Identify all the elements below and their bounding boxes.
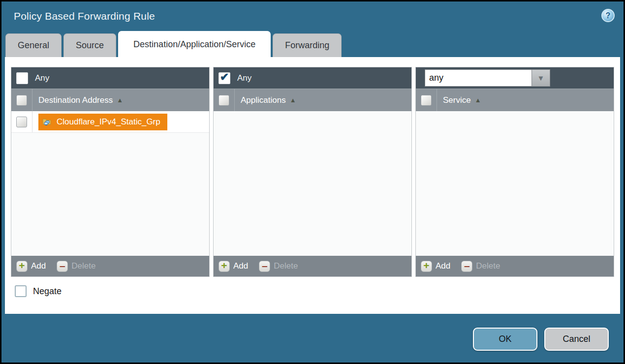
applications-select-all-checkbox[interactable]: [219, 95, 229, 106]
negate-row: Negate: [15, 285, 614, 297]
tab-forwarding[interactable]: Forwarding: [273, 33, 342, 57]
dialog-titlebar: Policy Based Forwarding Rule ?: [1, 1, 624, 31]
add-icon: +: [421, 261, 432, 272]
destination-item-checkbox[interactable]: [16, 117, 27, 127]
sort-asc-icon[interactable]: ▲: [290, 96, 296, 104]
destination-select-all-checkbox[interactable]: [16, 95, 27, 106]
destination-header-label[interactable]: Destination Address: [38, 95, 113, 105]
destination-item[interactable]: Cloudflare_IPv4_Static_Grp: [38, 114, 167, 130]
destination-delete-button[interactable]: – Delete: [57, 261, 95, 272]
address-group-icon: [42, 118, 52, 126]
applications-delete-button[interactable]: – Delete: [259, 261, 298, 272]
destination-any-bar: Any: [11, 67, 209, 89]
help-icon[interactable]: ?: [601, 9, 615, 22]
dialog-title: Policy Based Forwarding Rule: [14, 10, 155, 22]
delete-icon: –: [461, 261, 472, 272]
destination-list: Cloudflare_IPv4_Static_Grp: [11, 111, 209, 256]
negate-label: Negate: [33, 286, 62, 297]
add-button-label: Add: [233, 261, 248, 271]
tab-destination-application-service[interactable]: Destination/Application/Service: [118, 31, 271, 57]
applications-any-checkbox[interactable]: ✔: [219, 72, 230, 84]
sort-asc-icon[interactable]: ▲: [117, 96, 123, 104]
tab-content: Any Destination Address ▲: [5, 57, 620, 314]
destination-address-column: Any Destination Address ▲: [11, 67, 210, 277]
destination-any-checkbox[interactable]: [16, 72, 28, 84]
delete-icon: –: [57, 261, 68, 272]
delete-button-label: Delete: [71, 261, 95, 271]
ok-button[interactable]: OK: [473, 328, 537, 351]
add-icon: +: [219, 261, 230, 272]
applications-add-button[interactable]: + Add: [219, 261, 248, 272]
service-column: any ▼ Service ▲ + Add: [415, 67, 614, 277]
destination-add-button[interactable]: + Add: [16, 261, 46, 272]
cancel-button[interactable]: Cancel: [544, 328, 609, 351]
applications-column: ✔ Any Applications ▲ + Add: [213, 67, 412, 277]
add-button-label: Add: [436, 261, 450, 271]
negate-checkbox[interactable]: [15, 285, 27, 297]
applications-footer: + Add – Delete: [214, 256, 411, 276]
add-button-label: Add: [31, 261, 46, 271]
dialog-buttons: OK Cancel: [473, 328, 609, 351]
sort-asc-icon[interactable]: ▲: [475, 96, 481, 104]
service-add-button[interactable]: + Add: [421, 261, 450, 272]
tab-source[interactable]: Source: [63, 33, 116, 57]
service-select-all-checkbox[interactable]: [421, 95, 432, 106]
destination-item-label: Cloudflare_IPv4_Static_Grp: [57, 117, 160, 127]
service-list: [416, 111, 614, 256]
service-dropdown-value[interactable]: any: [425, 69, 532, 87]
destination-column-header: Destination Address ▲: [11, 89, 209, 111]
applications-list: [214, 111, 411, 256]
chevron-down-icon[interactable]: ▼: [532, 69, 550, 87]
delete-icon: –: [259, 261, 270, 272]
service-select-bar: any ▼: [416, 67, 614, 89]
destination-any-label: Any: [35, 73, 49, 83]
applications-any-label: Any: [237, 73, 251, 83]
applications-any-bar: ✔ Any: [214, 67, 411, 89]
service-header-label[interactable]: Service: [443, 95, 471, 105]
service-dropdown[interactable]: any ▼: [425, 69, 550, 87]
service-column-header: Service ▲: [416, 89, 614, 111]
applications-header-label[interactable]: Applications: [241, 95, 286, 105]
service-delete-button[interactable]: – Delete: [461, 261, 500, 272]
tab-general[interactable]: General: [5, 33, 62, 57]
service-footer: + Add – Delete: [416, 256, 614, 276]
delete-button-label: Delete: [274, 261, 298, 271]
applications-column-header: Applications ▲: [214, 89, 411, 111]
add-icon: +: [16, 261, 28, 272]
destination-footer: + Add – Delete: [11, 256, 209, 276]
selector-columns: Any Destination Address ▲: [11, 67, 614, 277]
delete-button-label: Delete: [476, 261, 500, 271]
tab-bar: General Source Destination/Application/S…: [1, 31, 624, 57]
table-row: Cloudflare_IPv4_Static_Grp: [11, 111, 209, 133]
